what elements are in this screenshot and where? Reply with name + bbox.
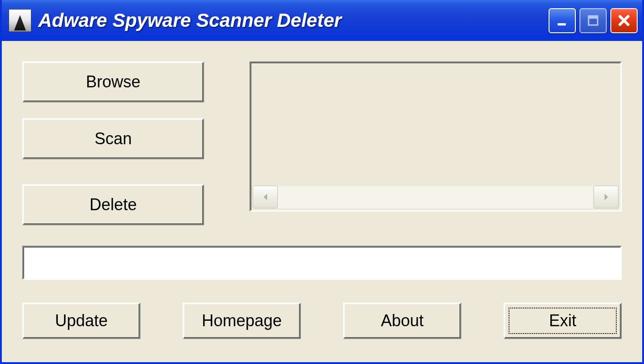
browse-button[interactable]: Browse: [22, 61, 204, 102]
chevron-right-icon: [601, 192, 611, 202]
close-button[interactable]: [610, 8, 638, 33]
svg-rect-0: [558, 23, 566, 25]
window-controls: [549, 8, 638, 33]
svg-rect-2: [589, 16, 598, 19]
client-area: Browse Scan Delete: [2, 41, 642, 362]
scan-button[interactable]: Scan: [22, 118, 204, 159]
results-list[interactable]: [250, 61, 622, 212]
about-button[interactable]: About: [343, 303, 461, 339]
maximize-icon: [586, 13, 600, 28]
minimize-button[interactable]: [549, 8, 576, 33]
top-section: Browse Scan Delete: [22, 61, 622, 225]
window-title: Adware Spyware Scanner Deleter: [38, 10, 549, 31]
close-icon: [617, 13, 631, 28]
maximize-button[interactable]: [579, 8, 607, 33]
horizontal-scrollbar: [253, 186, 619, 208]
main-window: Adware Spyware Scanner Deleter: [0, 0, 644, 364]
minimize-icon: [555, 13, 569, 28]
homepage-button[interactable]: Homepage: [183, 303, 301, 339]
exit-button[interactable]: Exit: [504, 303, 622, 339]
scroll-left-button[interactable]: [253, 186, 278, 208]
scroll-right-button[interactable]: [594, 186, 619, 208]
titlebar[interactable]: Adware Spyware Scanner Deleter: [2, 0, 642, 41]
delete-button[interactable]: Delete: [22, 184, 204, 225]
left-button-group: Browse Scan Delete: [22, 61, 204, 225]
chevron-left-icon: [260, 192, 270, 202]
update-button[interactable]: Update: [22, 303, 140, 339]
scroll-track[interactable]: [279, 187, 593, 207]
bottom-button-group: Update Homepage About Exit: [22, 303, 622, 339]
app-icon: [9, 9, 31, 32]
status-field: [22, 246, 622, 280]
